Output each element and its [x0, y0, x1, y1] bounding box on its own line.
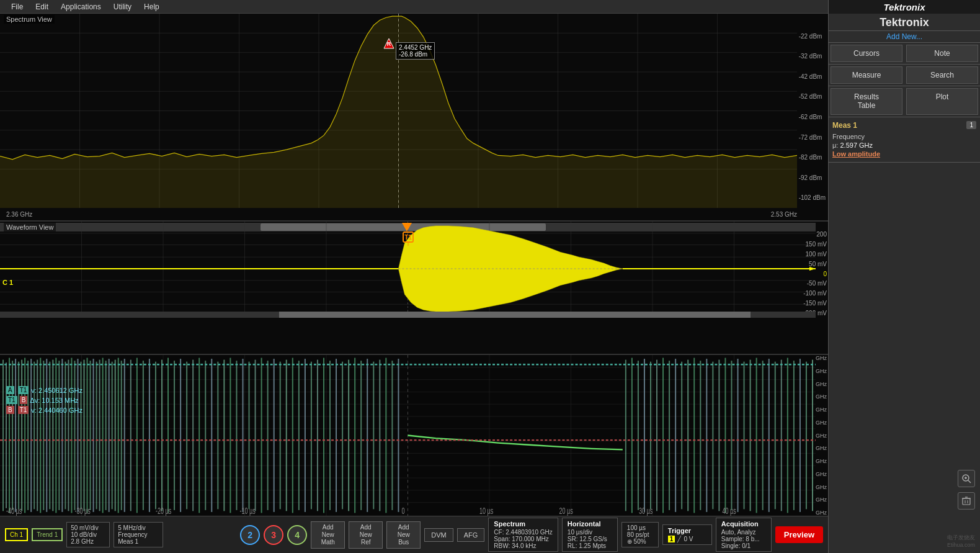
ch1-settings[interactable]: 50 mV/div 10 dB/div 2.8 GHz [66, 522, 110, 547]
spectrum-view-label: Spectrum View [4, 15, 55, 24]
trend-meas: Meas 1 [118, 538, 159, 545]
trend1-indicator[interactable]: Trend 1 [32, 528, 63, 541]
note-button[interactable]: Note [906, 45, 978, 62]
menu-bar: File Edit Applications Utility Help Tekt… [0, 0, 980, 14]
results-table-button[interactable]: Results Table [831, 88, 902, 115]
meas1-mu-value: 2.597 GHz [840, 142, 873, 149]
meas1-badge: 1 [966, 121, 976, 129]
waveform-view-label: Waveform View [4, 223, 56, 232]
menu-item-help[interactable]: Help [138, 1, 166, 12]
acquisition-info[interactable]: Acquisition Auto, Analyz Sample: 8 b... … [716, 518, 772, 552]
svg-text:-30 µs: -30 µs [74, 506, 90, 515]
meas1-title: Meas 1 [832, 121, 857, 130]
search-button[interactable]: Search [906, 66, 978, 84]
svg-line-195 [968, 480, 971, 483]
meas1-label: Frequency [832, 133, 865, 140]
trigger-ch-badge: 1 [668, 536, 675, 542]
svg-text:10 µs: 10 µs [479, 506, 493, 515]
menu-item-edit[interactable]: Edit [29, 1, 55, 12]
add-new-ref-button[interactable]: Add New Ref [349, 521, 383, 549]
preview-button[interactable]: Preview [775, 526, 823, 543]
horizontal-info[interactable]: Horizontal 10 µs/div SR: 12.5 GS/s RL: 1… [562, 518, 618, 552]
zoom-icon[interactable] [958, 470, 975, 487]
trigger-marker[interactable]: T1 [402, 231, 414, 247]
cursor-t1-label: T1 [18, 386, 29, 394]
menu-item-file[interactable]: File [5, 1, 29, 12]
svg-text:-20 µs: -20 µs [156, 506, 171, 515]
cursors-note-row: Cursors Note [829, 43, 980, 65]
wf-scroll-thumb[interactable] [279, 312, 751, 318]
trigger-info[interactable]: Trigger 1 ╱ 0 V [662, 524, 712, 545]
add-new-bus-button[interactable]: Add New Bus [386, 521, 421, 549]
cursor-b-badge-2: B [20, 396, 28, 404]
trigger-slash: ╱ [677, 536, 681, 542]
add-new-button[interactable]: Add New... [829, 31, 980, 43]
trash-icon[interactable] [958, 492, 975, 510]
meas1-mu-label: μ: [832, 142, 838, 149]
h2-val3: ⊕ 50% [627, 538, 653, 545]
status-bar: Ch 1 Trend 1 50 mV/div 10 dB/div 2.8 GHz… [0, 516, 828, 553]
measure-button[interactable]: Measure [831, 66, 902, 84]
meas1-warning-row: Low amplitude [832, 150, 976, 158]
frequency-chart: -40 µs -30 µs -20 µs -10 µs 0 10 µs 20 µ… [0, 355, 816, 516]
spectrum-cf: CF: 2.44803910 GHz [494, 529, 553, 536]
cursor-labels-area: A T1 v: 2.450612 GHz T1 B Δv: 10.153 MHz… [6, 386, 82, 414]
horizontal-info-2[interactable]: 100 µs 80 ps/pt ⊕ 50% [621, 522, 659, 547]
trigger-voltage: 0 V [684, 536, 693, 542]
waveform-view: Waveform View T1 [0, 222, 828, 355]
svg-text:T1: T1 [404, 234, 412, 241]
meas1-title-row: Meas 1 1 [832, 121, 976, 130]
trend1-label: Trend 1 [37, 531, 58, 538]
horizontal-title: Horizontal [568, 520, 612, 528]
spectrum-y-axis: -22 dBm -32 dBm -42 dBm -52 dBm -62 dBm … [799, 14, 826, 220]
horizontal-div: 10 µs/div [568, 529, 612, 536]
menu-item-utility[interactable]: Utility [107, 1, 138, 12]
cursor-b-value: v: 2.440460 GHz [31, 407, 82, 414]
cursor-a-value: v: 2.450612 GHz [31, 387, 82, 394]
trend-settings[interactable]: 5 MHz/div Frequency Meas 1 [114, 522, 163, 547]
ch1-label: Ch 1 [10, 531, 23, 538]
menu-item-applications[interactable]: Applications [55, 1, 107, 12]
ch1-ghz: 2.8 GHz [71, 538, 105, 545]
right-panel: Tektronix Add New... Cursors Note Measur… [828, 14, 980, 553]
spectrum-info[interactable]: Spectrum CF: 2.44803910 GHz Span: 170.00… [488, 518, 558, 552]
meas1-warning[interactable]: Low amplitude [832, 150, 880, 158]
spectrum-title: Spectrum [494, 520, 553, 528]
spectrum-rbw: RBW: 34.0 kHz [494, 542, 553, 549]
ch4-button[interactable]: 4 [287, 525, 307, 545]
svg-text:-10 µs: -10 µs [239, 506, 255, 515]
afg-button[interactable]: AFG [457, 528, 485, 542]
osc-area: Spectrum View -22 dBm -32 dBm -42 dBm -5… [0, 14, 828, 553]
marker-r[interactable]: R [383, 37, 395, 51]
cursor-t1b-label: T1 [6, 396, 17, 404]
ch1-indicator[interactable]: Ch 1 [5, 528, 28, 541]
channel-label: C 1 [2, 279, 13, 286]
spectrum-span: Span: 170.000 MHz [494, 536, 553, 542]
horizontal-sr: SR: 12.5 GS/s [568, 536, 612, 542]
plot-button[interactable]: Plot [906, 88, 978, 115]
svg-text:30 µs: 30 µs [639, 506, 653, 515]
ch2-button[interactable]: 2 [240, 525, 260, 545]
svg-rect-198 [963, 498, 970, 505]
trigger-title: Trigger [668, 527, 706, 534]
cursor-b-badge: B [6, 406, 14, 414]
ch3-button[interactable]: 3 [264, 525, 283, 545]
h2-val1: 100 µs [627, 524, 653, 531]
meas1-section: Meas 1 1 Frequency μ: 2.597 GHz Low ampl… [829, 117, 980, 163]
dvm-button[interactable]: DVM [424, 528, 453, 542]
svg-text:R: R [387, 41, 391, 47]
brand-name: Tektronix [884, 2, 925, 12]
horizontal-rl: RL: 1.25 Mpts [568, 542, 612, 549]
meas1-value-row: μ: 2.597 GHz [832, 141, 976, 150]
ch1-vol-div: 50 mV/div [71, 524, 105, 531]
acq-sample: Sample: 8 b... [721, 536, 766, 542]
add-new-math-button[interactable]: Add New Math [311, 521, 345, 549]
brand-title: Tektronix [829, 16, 980, 29]
acq-title: Acquisition [721, 520, 766, 528]
cursor-delta-value: Δv: 10.153 MHz [30, 397, 78, 404]
cursor-t1c-label: T1 [18, 406, 29, 414]
svg-marker-45 [809, 267, 816, 271]
waveform-bottom-scrollbar[interactable] [0, 312, 816, 318]
trend-freq: Frequency [118, 531, 159, 538]
cursors-button[interactable]: Cursors [831, 45, 902, 62]
